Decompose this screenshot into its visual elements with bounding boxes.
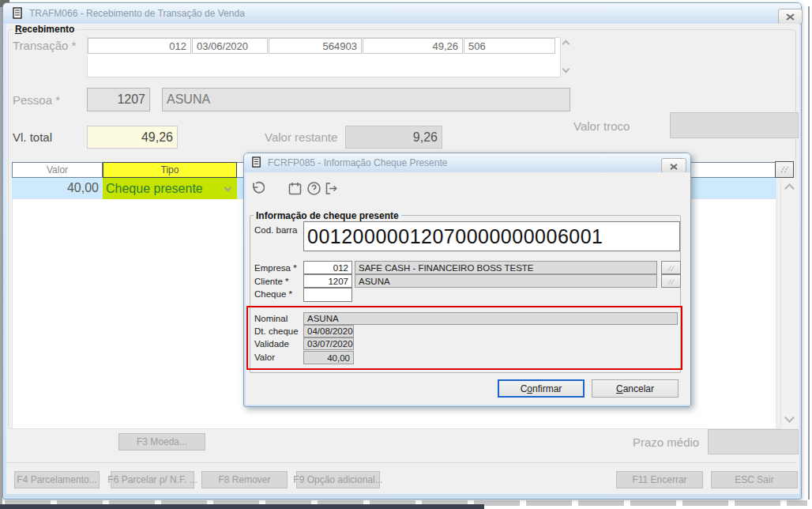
grid-scrollbar[interactable] [780, 179, 796, 429]
empresa-lookup-button[interactable] [661, 261, 681, 274]
cod-barra-label: Cod. barra [254, 225, 297, 235]
help-icon[interactable] [305, 179, 322, 197]
empresa-name-field: SAFE CASH - FINANCEIRO BOSS TESTE [355, 261, 657, 274]
scrollbar-down-icon[interactable] [784, 413, 795, 423]
prazo-medio-field [708, 429, 799, 454]
calendar-icon[interactable] [286, 179, 303, 197]
confirmar-text-pre: C [521, 383, 528, 394]
cheque-number-input[interactable] [303, 288, 352, 302]
grid-header-tipo[interactable]: Tipo [103, 162, 237, 178]
close-icon [786, 9, 795, 24]
annotation-red-box [246, 306, 682, 370]
confirmar-button[interactable]: Confirmar [498, 379, 585, 398]
transacao-label: Transação * [13, 39, 76, 52]
f6-parcelar-button[interactable]: F6 Parcelar p/ N.F. ... [111, 471, 194, 488]
screen: TRAFM066 - Recebimento de Transação de V… [0, 0, 812, 509]
transacao-empresa-field[interactable]: 012 [88, 38, 191, 54]
slashes-icon [780, 163, 790, 177]
background-taskbar-strip [0, 504, 484, 509]
empresa-label: Empresa * [254, 263, 297, 273]
grid-row-tipo-value: Cheque presente [106, 182, 203, 196]
prazo-medio-label: Prazo médio [633, 435, 699, 449]
exit-icon[interactable] [322, 179, 340, 197]
cancelar-text-post: ancelar [623, 383, 654, 394]
tipo-dropdown-icon[interactable] [224, 183, 232, 191]
cod-barra-input[interactable]: 00120000012070000000006001 [303, 221, 680, 251]
document-icon [12, 7, 24, 23]
cheque-label: Cheque * [254, 289, 292, 299]
f4-parcelamento-button[interactable]: F4 Parcelamento... [14, 471, 100, 488]
grid-header-valor[interactable]: Valor [12, 162, 103, 178]
recebimento-rest: ecebimento [22, 24, 75, 35]
recebimento-group-label: Recebimento [13, 24, 77, 35]
dialog-title-bar[interactable]: FCRFP085 - Informação Cheque Presente [244, 153, 690, 172]
confirmar-hotkey: o [527, 383, 532, 394]
cliente-lookup-button[interactable] [661, 274, 681, 288]
close-icon [670, 159, 678, 173]
transacao-valor-field[interactable]: 49,26 [363, 38, 463, 54]
confirmar-text-post: nfirmar [532, 383, 562, 394]
transacao-numero-field[interactable]: 564903 [269, 38, 362, 54]
dialog-title: FCRFP085 - Informação Cheque Presente [268, 157, 447, 168]
bottom-separator [6, 462, 796, 463]
valor-restante-label: Valor restante [265, 130, 337, 144]
transacao-serie-field[interactable]: 506 [464, 38, 555, 54]
valor-troco-field [670, 112, 799, 138]
valor-restante-field: 9,26 [345, 126, 442, 149]
valor-troco-label: Valor troco [573, 119, 630, 133]
slashes-icon [667, 274, 676, 288]
cancelar-button[interactable]: Cancelar [592, 379, 679, 398]
f3-moeda-button[interactable]: F3 Moeda... [118, 433, 205, 451]
recebimento-hotkey: R [15, 24, 22, 35]
main-window-title: TRAFM066 - Recebimento de Transação de V… [29, 8, 245, 19]
esc-sair-button[interactable]: ESC Sair [711, 471, 798, 488]
f11-encerrar-button[interactable]: F11 Encerrar [616, 471, 703, 488]
grid-row-tipo-cell[interactable]: Cheque presente [103, 178, 237, 199]
undo-icon[interactable] [248, 179, 265, 197]
grid-row-valor-value: 40,00 [67, 181, 99, 195]
cliente-label: Cliente * [254, 277, 288, 286]
grid-row-valor-cell[interactable]: 40,00 [12, 178, 103, 199]
cancelar-hotkey: C [616, 383, 623, 394]
pessoa-code-field: 1207 [87, 88, 150, 111]
f8-remover-button[interactable]: F8 Remover [201, 471, 288, 488]
dialog-close-button[interactable] [661, 158, 686, 173]
vl-total-field: 49,26 [87, 126, 178, 149]
f9-opcao-adicional-button[interactable]: F9 Opção adicional... [296, 471, 380, 488]
slashes-icon [667, 261, 676, 275]
pessoa-label: Pessoa * [13, 93, 60, 107]
grid-filter-button[interactable] [775, 161, 794, 178]
scrollbar-up-icon[interactable] [784, 183, 795, 194]
vl-total-label: Vl. total [13, 130, 52, 144]
cliente-code-field[interactable]: 1207 [303, 274, 352, 288]
cheque-group-title: Informação de cheque presente [254, 210, 401, 221]
transacao-data-field[interactable]: 03/06/2020 [192, 38, 268, 54]
empresa-code-field[interactable]: 012 [303, 261, 352, 274]
main-title-bar[interactable]: TRAFM066 - Recebimento de Transação de V… [3, 3, 801, 24]
background-window-edge-right [808, 6, 810, 500]
document-icon [251, 156, 262, 172]
cliente-name-field: ASUNA [355, 274, 657, 288]
pessoa-name-field: ASUNA [162, 88, 570, 111]
main-close-button[interactable] [778, 9, 803, 25]
